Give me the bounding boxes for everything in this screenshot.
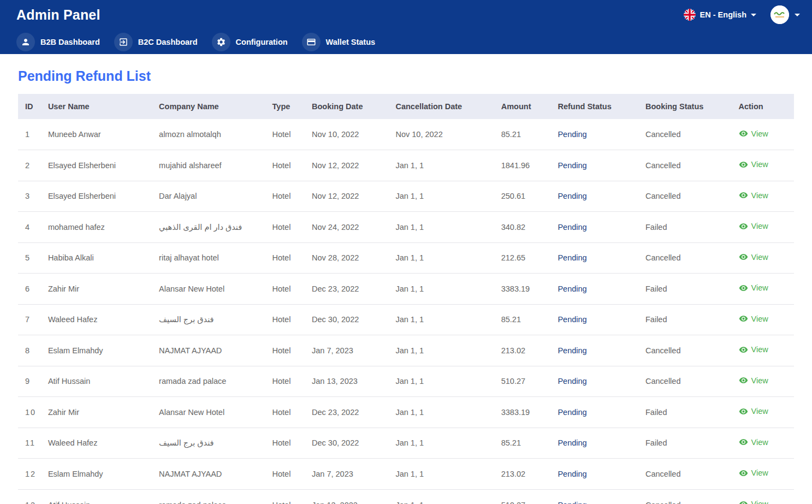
cell-id: 9 — [18, 366, 44, 397]
gear-icon — [212, 33, 230, 51]
cell-id: 5 — [18, 242, 44, 274]
table-row: 7Waleed Hafezفندق برج السيفHotelDec 30, … — [18, 304, 794, 335]
view-button[interactable]: View — [739, 160, 768, 169]
cell-booking-status: Failed — [641, 304, 734, 335]
cell-amount: 510.27 — [497, 366, 554, 397]
avatar — [770, 5, 789, 24]
nav-item-b2c-dashboard[interactable]: B2C Dashboard — [114, 33, 198, 51]
view-label: View — [751, 129, 768, 138]
cell-booking-status: Cancelled — [641, 459, 734, 490]
table-row: 9Atif Hussainramada zad palaceHotelJan 1… — [18, 366, 794, 397]
column-header: Action — [734, 94, 795, 119]
cell-booking-date: Jan 13, 2023 — [307, 366, 391, 397]
view-button[interactable]: View — [739, 437, 768, 447]
table-row: 4mohamed hafezفندق دار ام القرى الذهبيHo… — [18, 212, 794, 243]
cell-booking-date: Jan 13, 2023 — [307, 489, 391, 504]
view-button[interactable]: View — [739, 345, 768, 354]
cell-company-name: NAJMAT AJYAAD — [155, 335, 268, 366]
cell-booking-date: Nov 10, 2022 — [307, 119, 391, 150]
cell-cancellation-date: Jan 1, 1 — [391, 366, 496, 397]
view-button[interactable]: View — [739, 222, 768, 231]
cell-id: 7 — [18, 304, 44, 335]
cell-action: View — [734, 459, 795, 490]
cell-action: View — [734, 274, 795, 305]
cell-booking-date: Jan 7, 2023 — [307, 335, 391, 366]
nav-item-configuration[interactable]: Configuration — [212, 33, 288, 51]
cell-amount: 250.61 — [497, 181, 554, 212]
cell-amount: 85.21 — [497, 428, 554, 459]
cell-cancellation-date: Jan 1, 1 — [391, 459, 496, 490]
cell-amount: 213.02 — [497, 335, 554, 366]
view-button[interactable]: View — [739, 191, 768, 200]
cell-cancellation-date: Jan 1, 1 — [391, 274, 496, 305]
cell-user-name: mohamed hafez — [44, 212, 155, 243]
cell-company-name: فندق برج السيف — [155, 304, 268, 335]
view-button[interactable]: View — [739, 500, 768, 504]
cell-user-name: Muneeb Anwar — [44, 119, 155, 150]
cell-type: Hotel — [268, 397, 307, 428]
table-row: 2Elsayed Elsherbenimujahid alshareefHote… — [18, 150, 794, 181]
view-button[interactable]: View — [739, 469, 768, 478]
cell-id: 8 — [18, 335, 44, 366]
cell-amount: 1841.96 — [497, 150, 554, 181]
cell-booking-status: Failed — [641, 274, 734, 305]
cell-user-name: Atif Hussain — [44, 366, 155, 397]
cell-cancellation-date: Jan 1, 1 — [391, 335, 496, 366]
view-button[interactable]: View — [739, 283, 768, 293]
cell-type: Hotel — [268, 274, 307, 305]
cell-user-name: Eslam Elmahdy — [44, 459, 155, 490]
view-button[interactable]: View — [739, 252, 768, 262]
chevron-down-icon — [795, 14, 800, 16]
view-button[interactable]: View — [739, 314, 768, 323]
view-button[interactable]: View — [739, 129, 768, 138]
column-header: User Name — [44, 94, 155, 119]
nav-item-b2b-dashboard[interactable]: B2B Dashboard — [16, 33, 100, 51]
top-navbar: Admin Panel EN - English — [0, 0, 812, 54]
view-button[interactable]: View — [739, 407, 768, 416]
cell-action: View — [734, 397, 795, 428]
cell-booking-status: Failed — [641, 212, 734, 243]
eye-icon — [739, 314, 748, 323]
view-label: View — [751, 283, 768, 292]
app-title: Admin Panel — [16, 7, 100, 23]
cell-type: Hotel — [268, 181, 307, 212]
cell-company-name: Alansar New Hotel — [155, 274, 268, 305]
cell-refund: Pending — [553, 242, 641, 274]
view-button[interactable]: View — [739, 376, 768, 385]
cell-refund: Pending — [553, 335, 641, 366]
cell-id: 12 — [18, 459, 44, 490]
cell-type: Hotel — [268, 366, 307, 397]
nav-label: B2C Dashboard — [138, 38, 198, 46]
cell-type: Hotel — [268, 150, 307, 181]
column-header: ID — [18, 94, 44, 119]
cell-type: Hotel — [268, 489, 307, 504]
cell-id: 10 — [18, 397, 44, 428]
cell-refund: Pending — [553, 428, 641, 459]
cell-amount: 213.02 — [497, 459, 554, 490]
cell-booking-date: Nov 24, 2022 — [307, 212, 391, 243]
eye-icon — [739, 283, 748, 293]
wallet-icon — [302, 33, 321, 51]
eye-icon — [739, 469, 748, 478]
cell-action: View — [734, 366, 795, 397]
view-label: View — [751, 407, 768, 416]
cell-amount: 340.82 — [497, 212, 554, 243]
cell-type: Hotel — [268, 428, 307, 459]
cell-booking-date: Dec 23, 2022 — [307, 274, 391, 305]
cell-amount: 510.27 — [497, 489, 554, 504]
cell-action: View — [734, 489, 795, 504]
nav-label: Configuration — [236, 38, 288, 46]
user-menu[interactable] — [770, 5, 800, 24]
cell-amount: 212.65 — [497, 242, 554, 274]
cell-cancellation-date: Jan 1, 1 — [391, 489, 496, 504]
cell-id: 11 — [18, 428, 44, 459]
cell-company-name: mujahid alshareef — [155, 150, 268, 181]
view-label: View — [751, 438, 768, 447]
cell-booking-status: Cancelled — [641, 119, 734, 150]
eye-icon — [739, 376, 748, 385]
cell-refund: Pending — [553, 181, 641, 212]
nav-item-wallet-status[interactable]: Wallet Status — [302, 33, 376, 51]
language-selector[interactable]: EN - English — [684, 9, 756, 21]
cell-refund: Pending — [553, 274, 641, 305]
cell-user-name: Zahir Mir — [44, 397, 155, 428]
